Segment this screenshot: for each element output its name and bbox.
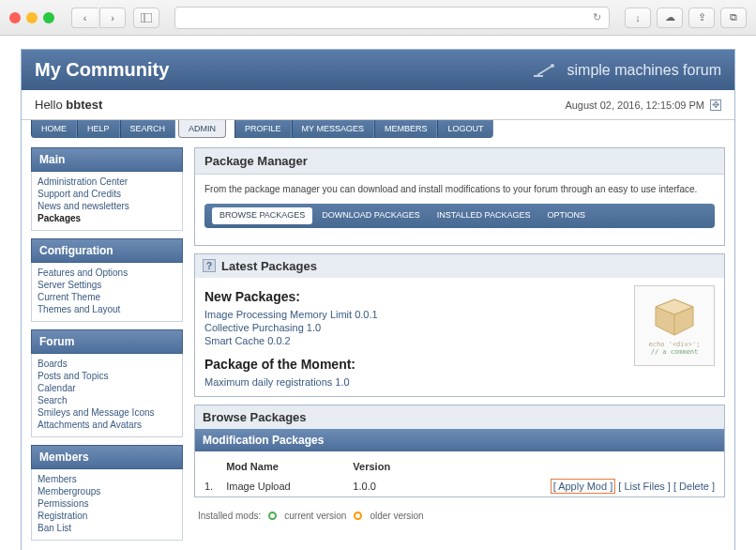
browse-packages-header: Browse Packages [195, 405, 724, 429]
sidebar-link-attachments-and-avatars[interactable]: Attachments and Avatars [38, 419, 176, 431]
forum-header: My Community simple machines forum [22, 50, 734, 90]
table-header-row: Mod Name Version [199, 457, 720, 476]
maximize-window-button[interactable] [43, 12, 54, 23]
subtab-download-packages[interactable]: DOWNLOAD PACKAGES [314, 207, 427, 224]
older-version-icon [354, 512, 362, 520]
panel-icon [141, 13, 152, 23]
svg-point-3 [551, 64, 554, 68]
col-version: Version [347, 457, 428, 476]
menu-admin[interactable]: ADMIN [178, 120, 226, 138]
new-package-link[interactable]: Image Processing Memory Limit 0.0.1 [204, 308, 625, 321]
forum-container: My Community simple machines forum Hello… [21, 49, 735, 550]
mod-name: Image Upload [220, 478, 345, 495]
subtab-installed-packages[interactable]: INSTALLED PACKAGES [430, 207, 538, 224]
sidebar-link-permissions[interactable]: Permissions [38, 497, 176, 510]
sidebar-toggle-button[interactable] [133, 8, 159, 28]
menu-my-messages[interactable]: MY MESSAGES [292, 120, 374, 138]
package-subtabs: BROWSE PACKAGESDOWNLOAD PACKAGESINSTALLE… [204, 204, 715, 228]
list-files-link[interactable]: [ List Files ] [618, 481, 671, 492]
share-button[interactable]: ⇪ [688, 8, 715, 28]
sidebar-links: Administration CenterSupport and Credits… [31, 172, 183, 231]
icloud-button[interactable]: ☁ [657, 8, 683, 28]
sidebar-links: BoardsPosts and TopicsCalendarSearchSmil… [31, 354, 183, 437]
sidebar-link-posts-and-topics[interactable]: Posts and Topics [38, 370, 176, 382]
new-package-link[interactable]: Smart Cache 0.0.2 [204, 334, 625, 347]
package-thumbnail: echo '<div>'; // a comment [634, 285, 715, 366]
address-bar[interactable]: ↻ [174, 7, 610, 29]
menu-logout[interactable]: LOGOUT [437, 120, 493, 138]
collapse-icon[interactable]: ✥ [710, 99, 721, 111]
sidebar-link-members[interactable]: Members [38, 473, 176, 485]
datetime-display: August 02, 2016, 12:15:09 PM ✥ [565, 99, 721, 111]
sidebar-link-administration-center[interactable]: Administration Center [38, 176, 176, 188]
menu-help[interactable]: HELP [77, 120, 120, 138]
browser-toolbar: ‹ › ↻ ↓ ☁ ⇪ ⧉ [0, 0, 756, 36]
sidebar-section-configuration: Configuration [31, 238, 183, 263]
window-controls [9, 12, 54, 23]
menu-profile[interactable]: PROFILE [234, 120, 292, 138]
subtab-browse-packages[interactable]: BROWSE PACKAGES [212, 207, 312, 224]
apply-mod-link[interactable]: [ Apply Mod ] [551, 479, 616, 494]
sidebar-section-main: Main [31, 147, 183, 172]
download-button[interactable]: ↓ [625, 8, 651, 28]
new-packages-heading: New Packages: [204, 289, 625, 304]
sidebar-link-boards[interactable]: Boards [38, 358, 176, 370]
sidebar-link-current-theme[interactable]: Current Theme [38, 291, 176, 303]
sidebar-link-news-and-newsletters[interactable]: News and newsletters [38, 200, 176, 212]
sidebar-link-membergroups[interactable]: Membergroups [38, 485, 176, 497]
modification-packages-header: Modification Packages [195, 429, 724, 451]
forward-button[interactable]: › [99, 8, 126, 28]
menu-search[interactable]: SEARCH [120, 120, 176, 138]
browse-packages-panel: Browse Packages Modification Packages Mo… [194, 405, 725, 497]
reader-icon: ↻ [593, 11, 601, 23]
package-moment-link[interactable]: Maximum daily registrations 1.0 [204, 375, 625, 389]
greeting: Hello bbtest [35, 98, 102, 112]
smf-logo-icon [532, 62, 560, 79]
main-menu: HOMEHELPSEARCHADMINPROFILEMY MESSAGESMEM… [22, 120, 734, 138]
sidebar-section-members: Members [31, 445, 183, 469]
sidebar-links: MembersMembergroupsPermissionsRegistrati… [31, 469, 183, 541]
sidebar-link-registration[interactable]: Registration [38, 510, 176, 522]
tabs-button[interactable]: ⧉ [720, 8, 747, 28]
new-package-link[interactable]: Collective Purchasing 1.0 [204, 321, 625, 334]
package-row: 1.Image Upload1.0.0[ Apply Mod ] [ List … [199, 478, 720, 495]
mod-version: 1.0.0 [347, 478, 428, 495]
menu-members[interactable]: MEMBERS [374, 120, 438, 138]
svg-rect-0 [141, 13, 152, 23]
sidebar-link-server-settings[interactable]: Server Settings [38, 279, 176, 291]
sidebar-link-support-and-credits[interactable]: Support and Credits [38, 188, 176, 200]
nav-buttons: ‹ › [71, 8, 126, 28]
package-moment-heading: Package of the Moment: [204, 357, 625, 372]
latest-packages-header: ? Latest Packages [195, 254, 724, 278]
installed-legend: Installed mods: current version older ve… [194, 505, 725, 527]
sidebar-link-themes-and-layout[interactable]: Themes and Layout [38, 303, 176, 315]
minimize-window-button[interactable] [26, 12, 38, 23]
admin-content: Package Manager From the package manager… [194, 147, 725, 548]
sidebar-link-calendar[interactable]: Calendar [38, 382, 176, 394]
username: bbtest [66, 98, 102, 112]
user-bar: Hello bbtest August 02, 2016, 12:15:09 P… [22, 90, 734, 120]
help-icon[interactable]: ? [203, 259, 216, 272]
package-manager-description: From the package manager you can downloa… [195, 175, 724, 204]
sidebar-link-features-and-options[interactable]: Features and Options [38, 267, 176, 279]
subtab-options[interactable]: OPTIONS [539, 207, 593, 224]
toolbar-right: ↓ ☁ ⇪ ⧉ [625, 8, 747, 28]
menu-home[interactable]: HOME [31, 120, 77, 138]
back-button[interactable]: ‹ [71, 8, 98, 28]
community-title: My Community [35, 59, 169, 81]
close-window-button[interactable] [9, 12, 21, 23]
sidebar-link-search[interactable]: Search [38, 394, 176, 406]
box-icon [651, 296, 698, 337]
sidebar-link-ban-list[interactable]: Ban List [38, 522, 176, 534]
package-manager-title: Package Manager [195, 148, 724, 175]
sidebar-link-packages[interactable]: Packages [38, 212, 176, 224]
sidebar-section-forum: Forum [31, 329, 183, 354]
current-version-icon [268, 512, 277, 520]
sidebar-links: Features and OptionsServer SettingsCurre… [31, 263, 183, 322]
delete-link[interactable]: [ Delete ] [673, 481, 715, 492]
svg-line-2 [537, 66, 552, 75]
sidebar-link-smileys-and-message-icons[interactable]: Smileys and Message Icons [38, 406, 176, 419]
brand-label: simple machines forum [532, 62, 722, 79]
package-manager-panel: Package Manager From the package manager… [194, 147, 725, 246]
latest-content: New Packages: Image Processing Memory Li… [204, 285, 625, 389]
